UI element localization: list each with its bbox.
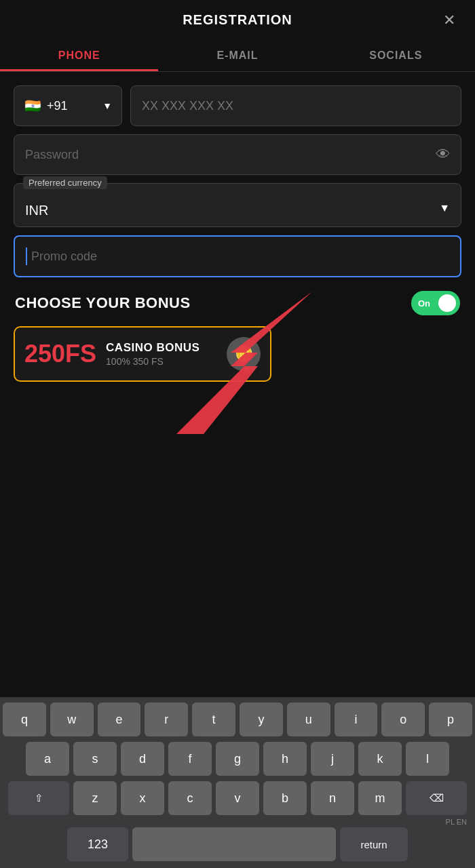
key-o[interactable]: o xyxy=(381,703,425,736)
page-title: REGISTRATION xyxy=(183,12,292,28)
country-code: +91 xyxy=(47,99,68,113)
casino-bonus-card[interactable]: 250FS CASINO BONUS 100% 350 FS 🪙 xyxy=(14,326,271,382)
bonus-coin-icon: 🪙 xyxy=(227,337,261,371)
key-k[interactable]: k xyxy=(358,742,402,776)
key-n[interactable]: n xyxy=(311,781,354,815)
key-p[interactable]: p xyxy=(429,703,472,736)
backspace-key[interactable]: ⌫ xyxy=(406,781,467,815)
currency-chevron-icon: ▼ xyxy=(439,202,450,214)
key-b[interactable]: b xyxy=(263,781,307,815)
key-d[interactable]: d xyxy=(121,742,164,776)
key-a[interactable]: a xyxy=(26,742,69,776)
promo-wrapper xyxy=(14,235,461,277)
bonus-title: CHOOSE YOUR BONUS xyxy=(15,294,191,312)
key-i[interactable]: i xyxy=(335,703,378,736)
key-t[interactable]: t xyxy=(192,703,235,736)
phone-row: 🇮🇳 +91 ▼ xyxy=(14,85,461,126)
key-z[interactable]: z xyxy=(73,781,117,815)
country-select[interactable]: 🇮🇳 +91 ▼ xyxy=(14,85,122,126)
return-key[interactable]: return xyxy=(340,827,408,861)
key-y[interactable]: y xyxy=(240,703,283,736)
bonus-fs-label: 250FS xyxy=(24,342,96,366)
key-w[interactable]: w xyxy=(50,703,94,736)
keyboard-bottom-row: 123 return xyxy=(3,827,472,861)
header: REGISTRATION ✕ xyxy=(0,0,475,40)
keyboard-row-1: q w e r t y u i o p xyxy=(3,703,472,736)
bonus-detail: 100% 350 FS xyxy=(106,356,217,367)
key-m[interactable]: m xyxy=(358,781,402,815)
tabs: PHONE E-MAIL SOCIALS xyxy=(0,40,475,72)
form-area: 🇮🇳 +91 ▼ 👁 Preferred currency INR ▼ CHOO… xyxy=(0,72,475,382)
keyboard-language-label: PL EN xyxy=(3,818,472,826)
text-cursor xyxy=(26,248,27,265)
phone-input[interactable] xyxy=(130,85,461,126)
key-l[interactable]: l xyxy=(406,742,449,776)
key-h[interactable]: h xyxy=(263,742,307,776)
flag-icon: 🇮🇳 xyxy=(24,97,41,115)
key-j[interactable]: j xyxy=(311,742,354,776)
close-button[interactable]: ✕ xyxy=(437,8,461,33)
currency-label: Preferred currency xyxy=(23,176,107,189)
tab-email[interactable]: E-MAIL xyxy=(158,40,316,71)
bonus-info: CASINO BONUS 100% 350 FS xyxy=(106,341,217,367)
eye-icon[interactable]: 👁 xyxy=(436,146,451,163)
password-wrapper: 👁 xyxy=(14,134,461,175)
currency-value: INR xyxy=(25,203,48,218)
bonus-name: CASINO BONUS xyxy=(106,341,217,355)
key-v[interactable]: v xyxy=(216,781,259,815)
promo-input[interactable] xyxy=(14,235,461,277)
key-q[interactable]: q xyxy=(3,703,46,736)
password-input[interactable] xyxy=(14,134,461,175)
currency-wrapper: Preferred currency INR ▼ xyxy=(14,183,461,227)
tab-socials[interactable]: SOCIALS xyxy=(317,40,475,71)
currency-select[interactable]: INR ▼ xyxy=(14,183,461,227)
key-g[interactable]: g xyxy=(216,742,259,776)
toggle-label: On xyxy=(418,298,430,309)
tab-phone[interactable]: PHONE xyxy=(0,40,158,71)
chevron-down-icon: ▼ xyxy=(102,100,112,111)
space-key[interactable] xyxy=(132,827,336,861)
bonus-cards: 250FS CASINO BONUS 100% 350 FS 🪙 xyxy=(14,326,461,382)
key-u[interactable]: u xyxy=(287,703,330,736)
key-f[interactable]: f xyxy=(168,742,212,776)
shift-key[interactable]: ⇧ xyxy=(8,781,69,815)
key-x[interactable]: x xyxy=(121,781,164,815)
bonus-toggle[interactable]: On xyxy=(411,291,460,315)
bonus-row: CHOOSE YOUR BONUS On xyxy=(14,291,461,315)
key-e[interactable]: e xyxy=(98,703,141,736)
key-s[interactable]: s xyxy=(73,742,117,776)
key-r[interactable]: r xyxy=(145,703,188,736)
toggle-circle xyxy=(438,294,456,312)
keyboard: q w e r t y u i o p a s d f g h j k l ⇧ … xyxy=(0,697,475,868)
keyboard-row-2: a s d f g h j k l xyxy=(3,742,472,776)
key-c[interactable]: c xyxy=(168,781,212,815)
keyboard-row-3: ⇧ z x c v b n m ⌫ xyxy=(3,781,472,815)
num-key[interactable]: 123 xyxy=(67,827,128,861)
